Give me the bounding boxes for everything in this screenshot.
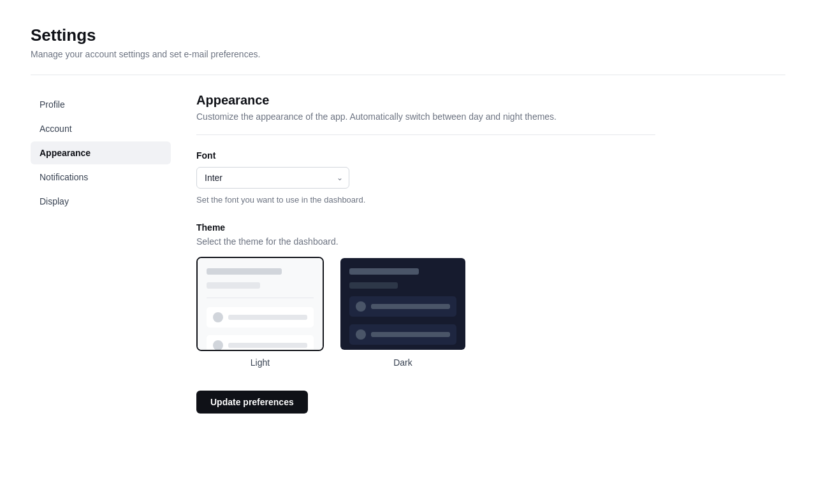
theme-card-light[interactable] — [196, 257, 324, 351]
dark-row-1 — [349, 296, 456, 317]
dark-circle-2 — [356, 329, 366, 340]
font-select[interactable]: Inter Roboto Open Sans Lato Poppins — [196, 167, 349, 189]
light-row-2 — [207, 335, 314, 351]
sidebar-item-profile[interactable]: Profile — [31, 93, 171, 116]
sidebar: Profile Account Appearance Notifications… — [31, 93, 171, 414]
light-bar-2 — [207, 282, 260, 289]
theme-option-light[interactable]: Light — [196, 257, 324, 368]
main-content: Appearance Customize the appearance of t… — [196, 93, 655, 414]
page-header: Settings Manage your account settings an… — [31, 25, 785, 59]
font-label: Font — [196, 150, 655, 161]
light-circle-1 — [213, 312, 223, 322]
light-theme-preview — [198, 258, 323, 351]
font-hint: Set the font you want to use in the dash… — [196, 195, 655, 205]
theme-card-dark[interactable] — [339, 257, 467, 351]
sidebar-item-appearance[interactable]: Appearance — [31, 141, 171, 164]
theme-name-dark: Dark — [393, 357, 412, 368]
theme-option-dark[interactable]: Dark — [339, 257, 467, 368]
theme-description: Select the theme for the dashboard. — [196, 236, 655, 247]
sidebar-item-account[interactable]: Account — [31, 117, 171, 140]
font-select-wrapper: Inter Roboto Open Sans Lato Poppins ⌄ — [196, 167, 349, 189]
dark-bar-1 — [349, 268, 419, 275]
appearance-section-title: Appearance — [196, 93, 655, 108]
dark-bar-4 — [371, 332, 450, 337]
page-title: Settings — [31, 25, 785, 45]
sidebar-item-display[interactable]: Display — [31, 190, 171, 213]
header-divider — [31, 75, 785, 75]
light-bar-1 — [207, 268, 282, 275]
section-divider — [196, 134, 655, 135]
dark-circle-1 — [356, 301, 366, 312]
dark-bar-2 — [349, 282, 398, 289]
light-bar-3 — [228, 315, 307, 320]
theme-label: Theme — [196, 222, 655, 233]
theme-options: Light — [196, 257, 655, 368]
appearance-section-description: Customize the appearance of the app. Aut… — [196, 112, 655, 122]
content-layout: Profile Account Appearance Notifications… — [31, 93, 785, 414]
sidebar-nav: Profile Account Appearance Notifications… — [31, 93, 171, 213]
theme-name-light: Light — [251, 357, 270, 368]
sidebar-item-notifications[interactable]: Notifications — [31, 166, 171, 189]
dark-bar-3 — [371, 304, 450, 309]
page-subtitle: Manage your account settings and set e-m… — [31, 49, 785, 59]
light-bar-4 — [228, 343, 307, 348]
update-preferences-button[interactable]: Update preferences — [196, 391, 308, 414]
light-row-1 — [207, 307, 314, 328]
dark-theme-preview — [340, 258, 465, 351]
light-circle-2 — [213, 340, 223, 350]
light-separator — [207, 298, 314, 298]
dark-row-2 — [349, 324, 456, 345]
